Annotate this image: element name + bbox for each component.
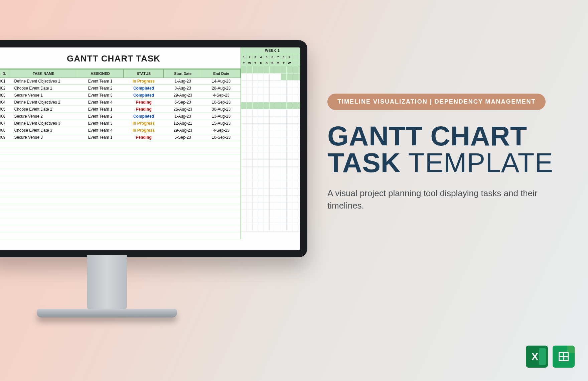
cell-id: 00-0007	[0, 120, 10, 127]
gantt-cell	[270, 181, 275, 188]
headline: GANTT CHART TASK TEMPLATE	[327, 123, 568, 176]
gantt-cell	[287, 181, 292, 188]
gantt-cell	[241, 174, 247, 181]
gantt-row	[241, 88, 304, 95]
gantt-cell	[287, 203, 292, 210]
table-row-empty[interactable]	[0, 225, 241, 232]
gantt-cell	[264, 109, 270, 117]
gantt-cell	[275, 109, 281, 117]
gantt-cell	[253, 203, 258, 210]
cell-end: 13-Aug-23	[202, 113, 241, 120]
gantt-cell	[264, 81, 270, 88]
cell-empty	[0, 176, 241, 183]
table-row-empty[interactable]	[0, 204, 241, 211]
cell-start: 1-Aug-23	[164, 78, 202, 85]
gantt-cell	[298, 224, 304, 232]
gantt-cell	[292, 81, 298, 88]
gantt-cell	[253, 152, 258, 160]
gantt-cell	[247, 88, 253, 95]
table-row[interactable]: 00-0008Choose Event Date 3Event Team 4In…	[0, 127, 241, 134]
table-row-empty[interactable]	[0, 183, 241, 190]
table-row-empty[interactable]	[0, 176, 241, 183]
monitor-stand-base	[37, 309, 177, 318]
cell-assigned: Event Team 3	[77, 92, 124, 99]
cell-status: Completed	[124, 113, 164, 120]
table-row-empty[interactable]	[0, 211, 241, 218]
gantt-row	[241, 145, 304, 153]
gantt-cell	[287, 138, 292, 145]
table-row[interactable]: 00-0006Secure Venue 2Event Team 2Complet…	[0, 113, 241, 120]
table-row-empty[interactable]	[0, 148, 241, 155]
cell-id: 00-0008	[0, 127, 10, 134]
gantt-cell	[298, 95, 304, 102]
gantt-cell	[253, 109, 258, 117]
table-row-empty[interactable]	[0, 155, 241, 162]
cell-empty	[0, 169, 241, 176]
table-row[interactable]: 00-0001Define Event Objectives 1Event Te…	[0, 78, 241, 85]
gantt-cell	[281, 224, 287, 232]
cell-assigned: Event Team 4	[77, 99, 124, 106]
gantt-cell	[298, 203, 304, 210]
table-row-empty[interactable]	[0, 218, 241, 225]
cell-empty	[0, 155, 241, 162]
gantt-row	[241, 124, 304, 131]
table-row-empty[interactable]	[0, 190, 241, 197]
table-row[interactable]: 00-0004Define Event Objectives 2Event Te…	[0, 99, 241, 106]
gantt-cell	[281, 145, 287, 153]
gantt-cell	[247, 217, 253, 225]
cell-end: 30-Aug-23	[202, 106, 241, 113]
table-row-empty[interactable]	[0, 232, 241, 239]
table-row[interactable]: 00-0003Secure Venue 1Event Team 3Complet…	[0, 92, 241, 99]
gantt-cell	[298, 217, 304, 225]
gantt-cell	[258, 74, 264, 81]
gantt-cell	[264, 174, 270, 181]
gantt-cell	[298, 109, 304, 117]
gantt-cell	[253, 102, 258, 110]
table-row[interactable]: 00-0009Secure Venue 3Event Team 1Pending…	[0, 134, 241, 141]
gantt-row	[241, 81, 304, 88]
gantt-day-num: 3	[253, 54, 258, 60]
gantt-cell	[281, 152, 287, 160]
gantt-cell	[247, 81, 253, 88]
gantt-cell	[241, 138, 247, 145]
gantt-day-letter: W	[287, 60, 292, 66]
cell-id: 00-0009	[0, 134, 10, 141]
gantt-cell	[270, 217, 275, 225]
gantt-cell	[264, 210, 270, 217]
headline-bold2: TASK	[327, 147, 401, 178]
table-row-empty[interactable]	[0, 162, 241, 169]
table-row-empty[interactable]	[0, 141, 241, 148]
gantt-cell	[281, 131, 287, 138]
gantt-row	[241, 160, 304, 167]
table-row[interactable]: 00-0007Define Event Objectives 3Event Te…	[0, 120, 241, 127]
cell-assigned: Event Team 1	[77, 106, 124, 113]
gantt-cell	[281, 102, 287, 110]
gantt-cell	[247, 224, 253, 232]
headline-line2: TASK TEMPLATE	[327, 149, 568, 176]
gantt-cell	[247, 167, 253, 174]
table-row-empty[interactable]	[0, 197, 241, 204]
table-row-empty[interactable]	[0, 169, 241, 176]
gantt-cell	[247, 181, 253, 188]
gantt-cell	[247, 203, 253, 210]
table-row[interactable]: 00-0005Choose Event Date 2Event Team 1Pe…	[0, 106, 241, 113]
table-row[interactable]: 00-0002Choose Event Date 1Event Team 2Co…	[0, 85, 241, 92]
gantt-cell	[287, 131, 292, 138]
gantt-cell	[247, 174, 253, 181]
gantt-cell	[287, 74, 292, 81]
gantt-cell	[270, 196, 275, 203]
gantt-cell	[258, 109, 264, 117]
gantt-cell	[292, 109, 298, 117]
gantt-cell	[275, 181, 281, 188]
cell-id: 00-0001	[0, 78, 10, 85]
gantt-cell	[253, 174, 258, 181]
gantt-cell	[292, 188, 298, 196]
gantt-cell	[298, 74, 304, 81]
gantt-cell	[281, 117, 287, 124]
cell-empty	[0, 162, 241, 169]
gantt-cell	[287, 95, 292, 102]
gantt-day-letter	[298, 60, 304, 66]
gantt-cell	[264, 196, 270, 203]
gantt-cell	[264, 217, 270, 225]
gantt-cell	[247, 124, 253, 131]
